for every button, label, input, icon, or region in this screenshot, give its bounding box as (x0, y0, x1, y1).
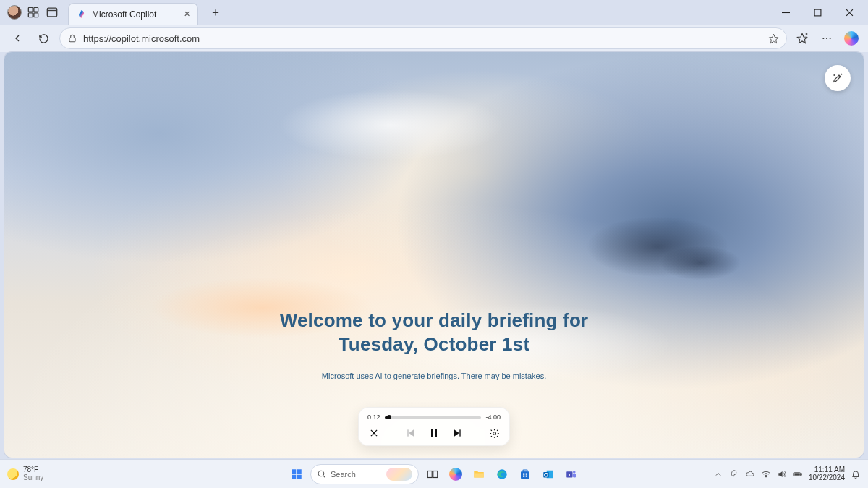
player-settings-button[interactable] (488, 427, 501, 440)
remaining-time: -4:00 (485, 414, 501, 421)
svg-line-34 (323, 476, 325, 477)
svg-rect-37 (474, 473, 484, 477)
svg-rect-4 (47, 8, 56, 17)
browser-tab[interactable]: Microsoft Copilot ✕ (68, 3, 198, 25)
briefing-headline-block: Welcome to your daily briefing for Tuesd… (4, 309, 864, 380)
window-maximize-button[interactable] (801, 1, 833, 24)
clock-date: 10/22/2024 (809, 474, 845, 482)
svg-point-17 (830, 38, 831, 39)
edit-visual-button[interactable] (825, 65, 851, 91)
weather-widget[interactable]: 78°F Sunny (0, 466, 43, 481)
page-viewport: Welcome to your daily briefing for Tuesd… (4, 52, 864, 458)
refresh-button[interactable] (33, 28, 54, 48)
svg-rect-0 (28, 7, 33, 12)
file-explorer-button[interactable] (469, 465, 488, 484)
search-highlight-icon (386, 468, 412, 481)
tray-wifi-icon[interactable] (761, 469, 771, 479)
new-tab-button[interactable]: ＋ (205, 2, 226, 22)
copilot-taskbar-button[interactable] (446, 465, 465, 484)
site-info-icon[interactable] (67, 33, 77, 43)
svg-rect-31 (292, 474, 296, 479)
workspaces-icon[interactable] (26, 5, 41, 20)
search-placeholder: Search (331, 470, 356, 479)
svg-point-15 (822, 38, 824, 39)
svg-marker-11 (769, 34, 778, 43)
weather-temp: 78°F (23, 466, 43, 474)
player-close-button[interactable] (367, 427, 380, 440)
favorites-button[interactable] (793, 29, 812, 48)
progress-slider[interactable] (385, 416, 482, 419)
window-close-button[interactable] (833, 1, 865, 24)
svg-point-33 (318, 471, 324, 476)
svg-rect-55 (795, 473, 799, 474)
previous-track-button[interactable] (404, 427, 417, 440)
svg-rect-1 (34, 7, 38, 12)
progress-thumb[interactable] (387, 415, 391, 419)
titlebar: Microsoft Copilot ✕ ＋ (0, 0, 868, 25)
svg-marker-52 (778, 471, 782, 476)
settings-more-button[interactable] (817, 29, 836, 48)
svg-rect-25 (435, 429, 437, 437)
search-icon (317, 469, 326, 479)
url-text: https://copilot.microsoft.com (83, 33, 762, 44)
tab-actions-icon[interactable] (45, 5, 59, 20)
task-view-button[interactable] (423, 465, 442, 484)
svg-point-28 (493, 432, 495, 435)
svg-marker-12 (797, 33, 807, 43)
ai-disclaimer: Microsoft uses AI to generate briefings.… (4, 372, 864, 380)
taskbar: 78°F Sunny Search T 11:11 AM 10/22/2024 (0, 459, 868, 488)
pause-button[interactable] (427, 427, 441, 440)
copilot-favicon-icon (76, 9, 86, 20)
weather-condition: Sunny (23, 474, 43, 482)
tab-close-button[interactable]: ✕ (184, 9, 190, 19)
svg-marker-22 (409, 429, 414, 436)
back-button[interactable] (7, 28, 27, 48)
teams-button[interactable]: T (562, 465, 581, 484)
tray-battery-icon[interactable] (793, 469, 803, 479)
address-bar[interactable]: https://copilot.microsoft.com (59, 27, 787, 49)
taskbar-clock[interactable]: 11:11 AM 10/22/2024 (809, 466, 845, 481)
tray-copilot-icon[interactable] (729, 469, 739, 479)
svg-rect-27 (459, 429, 460, 436)
notifications-button[interactable] (851, 469, 861, 479)
svg-rect-35 (427, 471, 432, 477)
tray-volume-icon[interactable] (777, 469, 787, 479)
svg-point-19 (834, 75, 835, 76)
start-button[interactable] (287, 465, 306, 484)
svg-rect-41 (523, 473, 524, 474)
svg-rect-54 (801, 473, 801, 474)
copilot-sidebar-button[interactable] (842, 29, 861, 48)
favorite-star-icon[interactable] (768, 33, 779, 44)
edge-browser-button[interactable] (493, 465, 511, 484)
audio-player: 0:12 -4:00 (358, 407, 510, 446)
svg-point-50 (573, 471, 576, 474)
tab-title: Microsoft Copilot (92, 9, 178, 20)
svg-point-18 (841, 74, 842, 74)
svg-rect-24 (431, 429, 433, 437)
svg-rect-44 (526, 475, 527, 476)
svg-rect-39 (521, 471, 529, 479)
svg-rect-7 (814, 9, 821, 16)
svg-rect-40 (523, 470, 527, 472)
elapsed-time: 0:12 (367, 414, 380, 421)
svg-rect-42 (526, 473, 527, 474)
tray-onedrive-icon[interactable] (745, 469, 755, 479)
taskbar-search[interactable]: Search (310, 464, 419, 484)
svg-rect-30 (297, 469, 302, 474)
profile-avatar[interactable] (7, 5, 22, 20)
svg-rect-43 (523, 475, 524, 476)
clock-time: 11:11 AM (814, 466, 845, 474)
microsoft-store-button[interactable] (516, 465, 535, 484)
svg-rect-10 (69, 38, 75, 41)
outlook-button[interactable] (539, 465, 558, 484)
svg-point-51 (765, 476, 766, 476)
headline-line-2: Tuesday, October 1st (339, 333, 530, 355)
window-minimize-button[interactable] (770, 1, 801, 24)
browser-toolbar: https://copilot.microsoft.com (0, 25, 868, 52)
weather-sun-icon (7, 468, 19, 480)
svg-rect-29 (292, 469, 296, 474)
svg-rect-23 (407, 429, 408, 436)
tray-overflow-button[interactable] (713, 469, 723, 479)
next-track-button[interactable] (451, 427, 464, 440)
svg-rect-36 (433, 471, 438, 477)
